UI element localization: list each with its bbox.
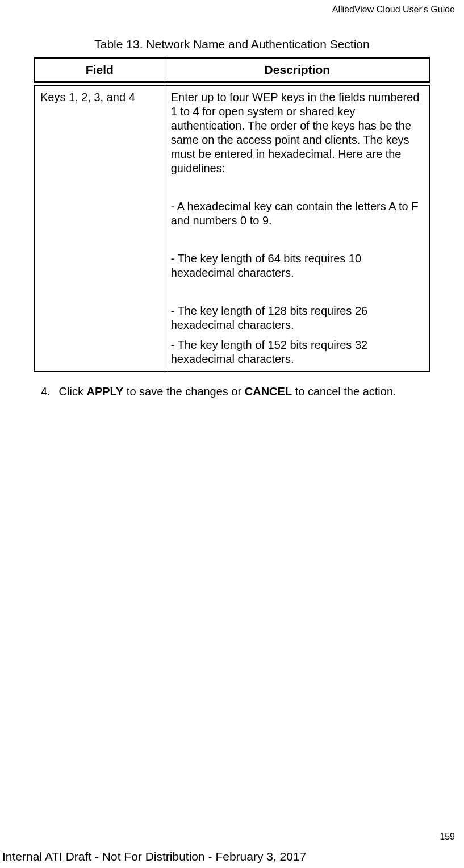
doc-title: AlliedView Cloud User's Guide: [332, 5, 455, 14]
instruction-text-prefix: Click: [59, 385, 87, 398]
col-header-description: Description: [165, 58, 429, 82]
desc-paragraph: - The key length of 64 bits requires 10 …: [171, 252, 424, 280]
desc-paragraph: - The key length of 128 bits requires 26…: [171, 304, 424, 332]
page-number: 159: [440, 832, 455, 842]
cell-description: Enter up to four WEP keys in the fields …: [165, 86, 429, 372]
table-network-auth: Field Description Keys 1, 2, 3, and 4 En…: [34, 57, 430, 372]
page-content: Table 13. Network Name and Authenticatio…: [0, 15, 464, 398]
table-caption: Table 13. Network Name and Authenticatio…: [34, 37, 430, 51]
table-row: Keys 1, 2, 3, and 4 Enter up to four WEP…: [35, 86, 430, 372]
instruction-text-mid: to save the changes or: [123, 385, 244, 398]
cell-field: Keys 1, 2, 3, and 4: [35, 86, 165, 372]
table-header-row: Field Description: [35, 58, 430, 82]
desc-paragraph: - The key length of 152 bits requires 32…: [171, 338, 424, 366]
footer-text: Internal ATI Draft - Not For Distributio…: [2, 850, 306, 863]
desc-paragraph: - A hexadecimal key can contain the lett…: [171, 199, 424, 228]
desc-paragraph: Enter up to four WEP keys in the fields …: [171, 90, 424, 176]
col-header-field: Field: [35, 58, 165, 82]
instruction-bold-apply: APPLY: [86, 385, 123, 398]
step-number: 4.: [41, 385, 56, 398]
instruction-step: 4. Click APPLY to save the changes or CA…: [34, 385, 430, 398]
instruction-bold-cancel: CANCEL: [245, 385, 292, 398]
instruction-text-suffix: to cancel the action.: [292, 385, 396, 398]
document-header: AlliedView Cloud User's Guide: [0, 0, 464, 15]
